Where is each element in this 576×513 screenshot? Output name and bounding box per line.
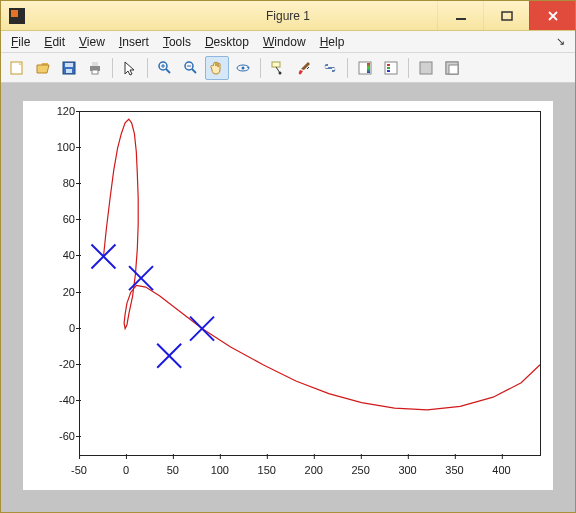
svg-rect-10 xyxy=(92,62,98,66)
svg-rect-1 xyxy=(502,12,512,20)
x-tick-label: 50 xyxy=(167,464,179,476)
y-tick-label: 0 xyxy=(35,322,75,334)
y-tick-label: 20 xyxy=(35,286,75,298)
print-icon xyxy=(87,60,103,76)
maximize-icon xyxy=(501,10,513,22)
svg-rect-34 xyxy=(449,65,458,74)
pan-button[interactable] xyxy=(205,56,229,80)
dock-button[interactable] xyxy=(440,56,464,80)
rotate-3d-button[interactable] xyxy=(231,56,255,80)
save-icon xyxy=(61,60,77,76)
y-tick-label: 60 xyxy=(35,213,75,225)
figure-window: Figure 1 File Edit View Insert Tools Des… xyxy=(0,0,576,513)
axes-background: -60-40-20020406080100120 -50050100150200… xyxy=(23,101,553,490)
toolbar-separator xyxy=(147,58,148,78)
new-figure-button[interactable] xyxy=(5,56,29,80)
window-buttons xyxy=(437,1,575,30)
x-tick-label: 400 xyxy=(492,464,510,476)
toolbar xyxy=(1,53,575,83)
x-tick-label: 300 xyxy=(398,464,416,476)
brush-button[interactable] xyxy=(292,56,316,80)
brush-icon xyxy=(296,60,312,76)
data-cursor-button[interactable] xyxy=(266,56,290,80)
curve-series xyxy=(104,119,541,410)
edit-plot-button[interactable] xyxy=(118,56,142,80)
legend-icon xyxy=(383,60,399,76)
save-button[interactable] xyxy=(57,56,81,80)
open-button[interactable] xyxy=(31,56,55,80)
zoom-in-icon xyxy=(157,60,173,76)
pan-icon xyxy=(209,60,225,76)
colorbar-button[interactable] xyxy=(353,56,377,80)
x-tick-label: 250 xyxy=(351,464,369,476)
close-button[interactable] xyxy=(529,1,575,30)
menu-insert[interactable]: Insert xyxy=(113,33,155,51)
svg-point-20 xyxy=(242,66,245,69)
hide-tools-button[interactable] xyxy=(414,56,438,80)
plot-svg xyxy=(80,112,540,455)
y-tick-label: -60 xyxy=(35,430,75,442)
svg-rect-7 xyxy=(65,63,73,67)
open-icon xyxy=(35,60,51,76)
svg-point-23 xyxy=(279,71,282,74)
svg-rect-21 xyxy=(272,62,280,67)
legend-button[interactable] xyxy=(379,56,403,80)
svg-line-13 xyxy=(166,69,170,73)
y-tick-label: 40 xyxy=(35,249,75,261)
matlab-icon xyxy=(9,8,25,24)
print-button[interactable] xyxy=(83,56,107,80)
y-tick-label: 120 xyxy=(35,105,75,117)
minimize-icon xyxy=(455,10,467,22)
figure-canvas[interactable]: -60-40-20020406080100120 -50050100150200… xyxy=(1,83,575,512)
menu-edit[interactable]: Edit xyxy=(38,33,71,51)
axes[interactable] xyxy=(79,111,541,456)
rotate-icon xyxy=(235,60,251,76)
titlebar[interactable]: Figure 1 xyxy=(1,1,575,31)
minimize-button[interactable] xyxy=(437,1,483,30)
svg-rect-31 xyxy=(420,62,432,74)
x-tick-label: -50 xyxy=(71,464,87,476)
hide-tools-icon xyxy=(418,60,434,76)
scatter-series xyxy=(91,244,214,367)
colorbar-icon xyxy=(357,60,373,76)
toolbar-separator xyxy=(260,58,261,78)
menu-file[interactable]: File xyxy=(5,33,36,51)
y-tick-label: 80 xyxy=(35,177,75,189)
zoom-in-button[interactable] xyxy=(153,56,177,80)
link-button[interactable] xyxy=(318,56,342,80)
zoom-out-button[interactable] xyxy=(179,56,203,80)
menu-desktop[interactable]: Desktop xyxy=(199,33,255,51)
new-figure-icon xyxy=(9,60,25,76)
y-tick-label: 100 xyxy=(35,141,75,153)
x-tick-label: 200 xyxy=(305,464,323,476)
link-icon xyxy=(322,60,338,76)
y-tick-label: -40 xyxy=(35,394,75,406)
x-tick-label: 150 xyxy=(258,464,276,476)
svg-rect-8 xyxy=(66,69,72,73)
pointer-icon xyxy=(122,60,138,76)
data-cursor-icon xyxy=(270,60,286,76)
menu-window[interactable]: Window xyxy=(257,33,312,51)
dock-icon xyxy=(444,60,460,76)
x-tick-label: 350 xyxy=(445,464,463,476)
maximize-button[interactable] xyxy=(483,1,529,30)
x-tick-label: 0 xyxy=(123,464,129,476)
svg-line-17 xyxy=(192,69,196,73)
x-tick-label: 100 xyxy=(211,464,229,476)
menu-overflow-icon[interactable]: ↘ xyxy=(556,35,571,48)
svg-rect-26 xyxy=(367,63,370,73)
menu-view[interactable]: View xyxy=(73,33,111,51)
close-icon xyxy=(547,10,559,22)
toolbar-separator xyxy=(112,58,113,78)
zoom-out-icon xyxy=(183,60,199,76)
menu-help[interactable]: Help xyxy=(314,33,351,51)
svg-rect-11 xyxy=(92,70,98,74)
menu-tools[interactable]: Tools xyxy=(157,33,197,51)
toolbar-separator xyxy=(408,58,409,78)
toolbar-separator xyxy=(347,58,348,78)
menubar: File Edit View Insert Tools Desktop Wind… xyxy=(1,31,575,53)
svg-rect-27 xyxy=(385,62,397,74)
y-tick-label: -20 xyxy=(35,358,75,370)
